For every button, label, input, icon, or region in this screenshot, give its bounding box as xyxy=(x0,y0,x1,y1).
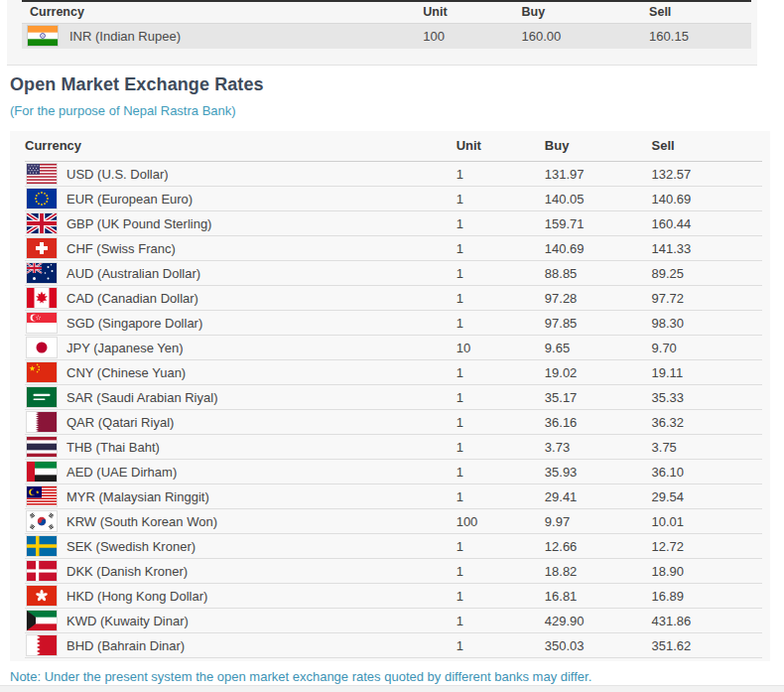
flag-sek-icon xyxy=(27,536,57,556)
currency-cell: CNY (Chinese Yuan) xyxy=(25,360,457,385)
currency-cell: SAR (Saudi Arabian Riyal) xyxy=(25,385,457,410)
flag-aed-icon xyxy=(27,462,57,482)
currency-name: INR (Indian Rupee) xyxy=(69,29,181,44)
currency-name: KWD (Kuwaity Dinar) xyxy=(66,614,189,628)
table-row: BHD (Bahrain Dinar)1350.03351.62 xyxy=(25,633,762,658)
currency-cell: MYR (Malaysian Ringgit) xyxy=(25,484,457,509)
top-table-header-row: Currency Unit Buy Sell xyxy=(22,1,751,24)
table-row: MYR (Malaysian Ringgit)129.4129.54 xyxy=(25,484,762,509)
sell-value: 9.70 xyxy=(652,336,762,360)
table-row: EUR (European Euro)1140.05140.69 xyxy=(25,187,762,211)
currency-name: CHF (Swiss Franc) xyxy=(66,241,176,256)
unit-value: 1 xyxy=(457,484,545,509)
table-row: HKD (Hong Kong Dollar)116.8116.89 xyxy=(25,584,762,609)
flag-cad-icon xyxy=(27,288,57,308)
top-rates-section: Currency Unit Buy Sell INR (Indian Rupee… xyxy=(7,0,757,66)
currency-cell: USD (U.S. Dollar) xyxy=(25,162,457,187)
buy-value: 19.02 xyxy=(545,360,652,385)
currency-name: SAR (Saudi Arabian Riyal) xyxy=(66,390,217,405)
table-row: SAR (Saudi Arabian Riyal)135.1735.33 xyxy=(25,385,762,410)
unit-value: 1 xyxy=(457,211,545,236)
flag-chf-icon xyxy=(27,238,57,258)
flag-aud-icon xyxy=(27,263,57,283)
table-row: CHF (Swiss Franc)1140.69141.33 xyxy=(25,236,762,261)
flag-thb-icon xyxy=(27,437,57,457)
table-row: DKK (Danish Kroner)118.8218.90 xyxy=(25,559,762,584)
sell-value: 141.33 xyxy=(652,236,762,261)
flag-krw-icon xyxy=(27,511,57,531)
currency-name: USD (U.S. Dollar) xyxy=(66,167,169,182)
currency-cell: THB (Thai Baht) xyxy=(25,435,457,460)
unit-value: 100 xyxy=(457,509,545,534)
sell-value: 35.33 xyxy=(652,385,762,410)
col-header-currency: Currency xyxy=(22,1,423,24)
currency-cell: AUD (Australian Dollar) xyxy=(25,261,457,286)
table-row: INR (Indian Rupee)100160.00160.15 xyxy=(22,24,751,49)
currency-name: DKK (Danish Kroner) xyxy=(66,564,188,579)
currency-name: AUD (Australian Dollar) xyxy=(66,266,200,281)
currency-cell: DKK (Danish Kroner) xyxy=(25,559,457,584)
table-row: QAR (Qatari Riyal)136.1636.32 xyxy=(25,410,762,435)
currency-cell: GBP (UK Pound Sterling) xyxy=(25,211,457,236)
currency-cell: QAR (Qatari Riyal) xyxy=(25,410,457,435)
unit-value: 1 xyxy=(457,311,545,336)
buy-value: 36.16 xyxy=(545,410,652,435)
sell-value: 132.57 xyxy=(652,162,762,187)
currency-name: KRW (South Korean Won) xyxy=(66,514,217,529)
flag-sgd-icon xyxy=(27,313,57,333)
buy-value: 9.97 xyxy=(545,509,652,534)
currency-cell: CAD (Canadian Dollar) xyxy=(25,286,457,311)
table-row: USD (U.S. Dollar)1131.97132.57 xyxy=(25,162,762,187)
currency-cell: KRW (South Korean Won) xyxy=(25,509,457,534)
currency-cell: KWD (Kuwaity Dinar) xyxy=(25,609,457,633)
col-header-sell: Sell xyxy=(649,1,751,24)
buy-value: 350.03 xyxy=(545,633,652,658)
table-row: CNY (Chinese Yuan)119.0219.11 xyxy=(25,360,762,385)
col-header-buy: Buy xyxy=(545,131,652,162)
currency-name: CAD (Canadian Dollar) xyxy=(66,291,198,306)
buy-value: 3.73 xyxy=(545,435,652,460)
table-row: GBP (UK Pound Sterling)1159.71160.44 xyxy=(25,211,762,236)
currency-cell: JPY (Japanese Yen) xyxy=(25,336,457,360)
flag-bhd-icon xyxy=(27,635,57,655)
flag-jpy-icon xyxy=(27,338,57,357)
main-table-header-row: Currency Unit Buy Sell xyxy=(25,131,762,162)
table-row: CAD (Canadian Dollar)197.2897.72 xyxy=(25,286,762,311)
table-row: SEK (Swedish Kroner)112.6612.72 xyxy=(25,534,762,559)
currency-name: GBP (UK Pound Sterling) xyxy=(66,216,211,231)
buy-value: 140.69 xyxy=(545,236,652,261)
sell-value: 97.72 xyxy=(652,286,762,311)
buy-value: 35.17 xyxy=(545,385,652,410)
unit-value: 1 xyxy=(457,609,545,633)
sell-value: 10.01 xyxy=(652,509,762,534)
flag-usd-icon xyxy=(27,164,57,184)
currency-cell: INR (Indian Rupee) xyxy=(22,24,423,49)
page-subtitle: (For the purpose of Nepal Rastra Bank) xyxy=(10,103,777,118)
buy-value: 9.65 xyxy=(545,336,652,360)
unit-value: 1 xyxy=(457,633,545,658)
currency-cell: EUR (European Euro) xyxy=(25,187,457,211)
unit-value: 1 xyxy=(457,162,545,187)
unit-value: 1 xyxy=(457,559,545,584)
unit-value: 1 xyxy=(457,261,545,286)
flag-gbp-icon xyxy=(27,213,57,233)
unit-value: 1 xyxy=(457,236,545,261)
unit-value: 10 xyxy=(457,336,545,360)
unit-value: 1 xyxy=(457,534,545,559)
open-market-section: Open Market Exchange Rates (For the purp… xyxy=(7,66,777,684)
unit-value: 1 xyxy=(457,360,545,385)
sell-value: 140.69 xyxy=(652,187,762,211)
currency-name: MYR (Malaysian Ringgit) xyxy=(66,489,209,504)
col-header-currency: Currency xyxy=(25,131,457,162)
flag-myr-icon xyxy=(27,486,57,506)
unit-value: 1 xyxy=(457,435,545,460)
buy-value: 35.93 xyxy=(545,460,652,484)
currency-name: CNY (Chinese Yuan) xyxy=(66,365,186,380)
note-text: Note: Under the present system the open … xyxy=(10,669,777,684)
buy-value: 97.85 xyxy=(545,311,652,336)
currency-name: JPY (Japanese Yen) xyxy=(66,341,184,355)
sell-value: 19.11 xyxy=(652,360,762,385)
sell-value: 3.75 xyxy=(652,435,762,460)
unit-value: 1 xyxy=(457,286,545,311)
flag-hkd-icon xyxy=(27,586,57,606)
